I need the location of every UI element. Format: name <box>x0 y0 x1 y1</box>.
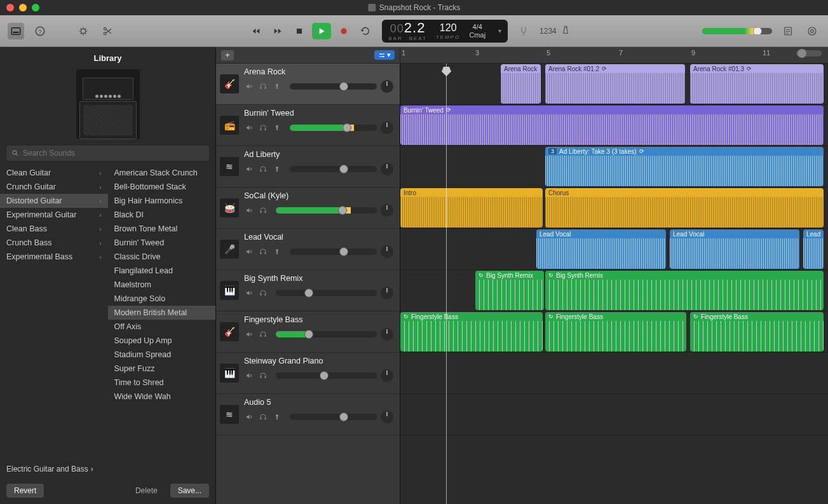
track-volume-slider[interactable] <box>290 83 377 90</box>
library-patch-item[interactable]: Black DI <box>108 208 216 222</box>
region[interactable]: Lead Vocal <box>536 229 666 269</box>
record-button[interactable] <box>335 24 353 39</box>
headphones-button[interactable] <box>258 123 268 132</box>
track-lane[interactable]: 3Ad Liberty: Take 3 (3 takes)⟳ <box>400 146 828 187</box>
region[interactable]: Lead Vocal <box>670 229 799 269</box>
lcd-menu-chevron[interactable]: ▾ <box>494 27 501 34</box>
track-pan-knob[interactable] <box>381 287 393 299</box>
track-lane[interactable] <box>400 394 828 435</box>
scissors-button[interactable] <box>99 23 116 39</box>
library-patch-item[interactable]: Wide Wide Wah <box>108 390 216 404</box>
library-patch-item[interactable]: Maelstrom <box>108 278 216 292</box>
track-header[interactable]: 🥁 SoCal (Kyle) <box>216 187 400 229</box>
track-lane[interactable]: IntroChorus <box>400 187 828 229</box>
headphones-button[interactable] <box>258 82 268 91</box>
time-signature[interactable]: 4/4 <box>469 23 485 31</box>
library-patch-item[interactable]: Time to Shred <box>108 376 216 390</box>
track-pan-knob[interactable] <box>381 204 393 217</box>
input-monitor-button[interactable] <box>272 165 282 174</box>
fullscreen-window-button[interactable] <box>32 4 39 11</box>
mute-button[interactable] <box>244 330 254 339</box>
track-lane[interactable] <box>400 353 828 394</box>
region[interactable]: Burnin' Tweed⟳ <box>400 106 824 145</box>
library-patch-item[interactable]: Souped Up Amp <box>108 334 216 348</box>
mute-button[interactable] <box>244 412 254 421</box>
region[interactable]: ↻Fingerstyle Bass <box>545 312 686 351</box>
region[interactable]: 3Ad Liberty: Take 3 (3 takes)⟳ <box>545 147 824 186</box>
tuner-button[interactable]: ▾ <box>374 50 395 60</box>
library-search-input[interactable] <box>23 149 204 158</box>
headphones-button[interactable] <box>258 247 268 256</box>
track-header[interactable]: 🎹 Big Synth Remix <box>216 270 400 311</box>
close-window-button[interactable] <box>6 4 14 11</box>
input-monitor-button[interactable] <box>272 247 282 256</box>
tuning-fork-button[interactable] <box>515 23 532 39</box>
add-track-button[interactable]: + <box>221 50 234 60</box>
mute-button[interactable] <box>244 206 254 215</box>
library-patch-item[interactable]: Midrange Solo <box>108 292 216 306</box>
region[interactable]: ↻Fingerstyle Bass <box>690 312 824 351</box>
loops-browser-button[interactable] <box>804 23 820 39</box>
timeline-ruler[interactable]: 1357911 <box>400 47 828 63</box>
headphones-button[interactable] <box>258 165 268 174</box>
lcd-display[interactable]: 002.2 BARBEAT 120 TEMPO 4/4 Cmaj ▾ <box>382 20 508 43</box>
library-category-item[interactable]: Experimental Guitar› <box>0 208 108 222</box>
delete-button[interactable]: Delete <box>128 484 165 498</box>
track-lane[interactable]: Burnin' Tweed⟳ <box>400 105 828 146</box>
track-volume-slider[interactable] <box>290 414 377 420</box>
track-lane[interactable]: ↻Fingerstyle Bass↻Fingerstyle Bass↻Finge… <box>400 311 828 353</box>
headphones-button[interactable] <box>258 412 268 421</box>
region[interactable]: ↻Fingerstyle Bass <box>400 312 543 351</box>
stop-button[interactable] <box>290 24 308 39</box>
tempo-value[interactable]: 120 <box>440 22 457 34</box>
go-to-beginning-button[interactable] <box>247 24 265 39</box>
library-search[interactable] <box>6 146 209 161</box>
library-patch-item[interactable]: Big Hair Harmonics <box>108 194 216 208</box>
mute-button[interactable] <box>244 82 254 91</box>
notepad-button[interactable] <box>780 23 796 39</box>
mute-button[interactable] <box>244 247 254 256</box>
library-breadcrumb[interactable]: Electric Guitar and Bass› <box>0 460 215 479</box>
save-button[interactable]: Save... <box>170 484 209 498</box>
count-in-label[interactable]: 1234 <box>540 27 557 36</box>
horizontal-zoom-slider[interactable] <box>796 50 822 57</box>
mute-button[interactable] <box>244 165 254 174</box>
mute-button[interactable] <box>244 371 254 380</box>
smart-controls-button[interactable] <box>75 23 92 39</box>
revert-button[interactable]: Revert <box>6 484 44 498</box>
headphones-button[interactable] <box>258 206 268 215</box>
library-patch-item[interactable]: Burnin' Tweed <box>108 236 216 250</box>
region[interactable]: Arena Rock <box>501 64 541 104</box>
library-patch-item[interactable]: Flangilated Lead <box>108 264 216 278</box>
track-lane[interactable]: Lead VocalLead VocalLead <box>400 229 828 270</box>
library-patch-item[interactable]: Modern British Metal <box>108 306 216 320</box>
input-monitor-button[interactable] <box>272 123 282 132</box>
library-category-item[interactable]: Clean Guitar› <box>0 166 108 180</box>
track-pan-knob[interactable] <box>381 121 393 134</box>
forward-button[interactable] <box>269 24 287 39</box>
headphones-button[interactable] <box>258 371 268 380</box>
library-category-item[interactable]: Crunch Bass› <box>0 236 108 250</box>
input-monitor-button[interactable] <box>272 412 282 421</box>
library-patch-item[interactable]: Brown Tone Metal <box>108 222 216 236</box>
library-category-item[interactable]: Clean Bass› <box>0 222 108 236</box>
arrangement-lanes[interactable]: Arena RockArena Rock #01.2⟳Arena Rock #0… <box>400 64 828 504</box>
headphones-button[interactable] <box>258 289 268 297</box>
track-volume-slider[interactable] <box>276 207 377 214</box>
library-patch-item[interactable]: Classic Drive <box>108 250 216 264</box>
library-category-item[interactable]: Crunch Guitar› <box>0 180 108 194</box>
metronome-icon[interactable] <box>560 25 571 37</box>
library-patch-item[interactable]: Off Axis <box>108 320 216 334</box>
track-volume-slider[interactable] <box>276 372 377 379</box>
play-button[interactable] <box>312 23 331 39</box>
library-patch-item[interactable]: Stadium Spread <box>108 348 216 362</box>
track-header[interactable]: ≋ Audio 5 <box>216 394 400 435</box>
input-monitor-button[interactable] <box>272 82 282 91</box>
library-category-item[interactable]: Distorted Guitar› <box>0 194 108 208</box>
library-patch-item[interactable]: Super Fuzz <box>108 362 216 376</box>
track-pan-knob[interactable] <box>381 328 393 341</box>
track-header[interactable]: 🎹 Steinway Grand Piano <box>216 353 400 394</box>
track-header[interactable]: 📻 Burnin' Tweed <box>216 105 400 146</box>
mute-button[interactable] <box>244 123 254 132</box>
headphones-button[interactable] <box>258 330 268 339</box>
